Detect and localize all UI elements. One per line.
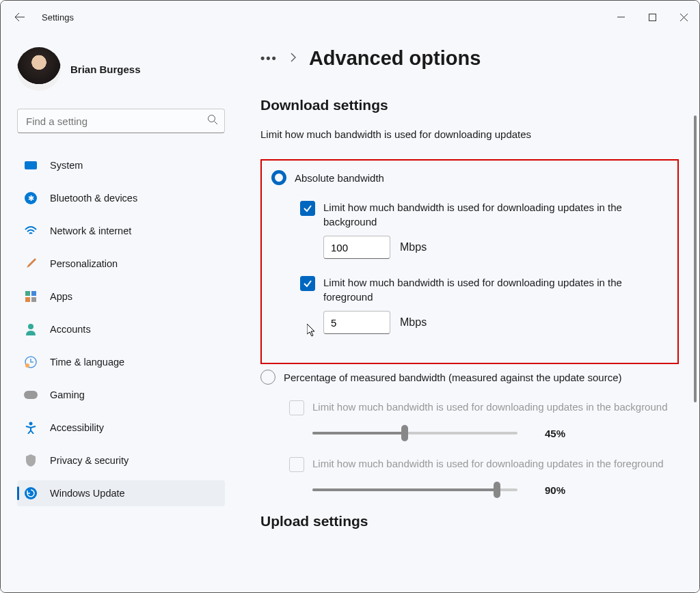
bluetooth-icon: ✱ <box>24 191 38 205</box>
radio-icon <box>271 170 286 185</box>
clock-icon <box>24 355 38 369</box>
svg-rect-6 <box>25 291 30 296</box>
minimize-button[interactable] <box>605 1 636 33</box>
svg-point-12 <box>25 363 29 368</box>
person-icon <box>24 322 38 336</box>
radio-icon <box>260 370 275 385</box>
checkbox-label: Limit how much bandwidth is used for dow… <box>312 456 664 471</box>
sidebar-item-label: Time & language <box>50 357 124 368</box>
background-unit: Mbps <box>400 241 427 253</box>
highlighted-region: Absolute bandwidth Limit how much bandwi… <box>260 159 679 364</box>
checkbox-label: Limit how much bandwidth is used for dow… <box>323 275 671 304</box>
sidebar-item-network[interactable]: Network & internet <box>17 218 225 244</box>
sidebar-item-label: Windows Update <box>50 488 125 499</box>
radio-percentage-bandwidth[interactable]: Percentage of measured bandwidth (measur… <box>260 370 679 385</box>
search-icon <box>207 114 218 128</box>
foreground-percent-slider <box>312 483 517 497</box>
sidebar-item-label: Personalization <box>50 258 118 269</box>
foreground-percent-value: 90% <box>545 484 565 496</box>
checkbox-limit-foreground-percent: Limit how much bandwidth is used for dow… <box>289 456 679 472</box>
sidebar-item-system[interactable]: System <box>17 152 225 178</box>
download-settings-desc: Limit how much bandwidth is used for dow… <box>260 128 679 140</box>
checkbox-label: Limit how much bandwidth is used for dow… <box>312 400 668 414</box>
chevron-right-icon <box>290 53 297 65</box>
checkbox-limit-background[interactable]: Limit how much bandwidth is used for dow… <box>300 200 671 229</box>
checkbox-icon <box>289 400 304 415</box>
foreground-mbps-input[interactable] <box>323 311 390 334</box>
controller-icon <box>24 388 38 402</box>
sidebar-item-label: Network & internet <box>50 225 131 236</box>
radio-absolute-bandwidth[interactable]: Absolute bandwidth <box>271 170 671 185</box>
sidebar-item-time[interactable]: Time & language <box>17 349 225 375</box>
search-input[interactable] <box>17 109 225 133</box>
maximize-button[interactable] <box>636 1 668 33</box>
svg-point-4 <box>208 115 215 122</box>
checkbox-icon <box>300 201 315 216</box>
sidebar-item-bluetooth[interactable]: ✱Bluetooth & devices <box>17 185 225 211</box>
sidebar-item-label: Gaming <box>50 389 85 400</box>
sidebar-item-label: Apps <box>50 291 72 302</box>
brush-icon <box>24 257 38 271</box>
maximize-icon <box>649 14 656 21</box>
minimize-icon <box>617 14 625 21</box>
titlebar: Settings <box>1 1 699 33</box>
sidebar-item-accounts[interactable]: Accounts <box>17 316 225 342</box>
close-icon <box>680 14 688 21</box>
sidebar-item-apps[interactable]: Apps <box>17 284 225 309</box>
radio-label: Percentage of measured bandwidth (measur… <box>284 372 621 383</box>
avatar <box>17 47 61 91</box>
back-button[interactable] <box>6 3 33 31</box>
breadcrumb-menu-icon[interactable]: ••• <box>260 51 278 66</box>
svg-rect-9 <box>31 297 36 302</box>
checkbox-limit-background-percent: Limit how much bandwidth is used for dow… <box>289 400 679 415</box>
svg-rect-1 <box>649 14 656 20</box>
scrollbar-thumb[interactable] <box>694 115 697 402</box>
search-box <box>17 109 225 133</box>
profile-block[interactable]: Brian Burgess <box>17 47 225 91</box>
window-title: Settings <box>42 12 74 23</box>
accessibility-icon <box>24 421 38 435</box>
checkbox-icon <box>289 457 304 472</box>
page-title: Advanced options <box>309 47 481 70</box>
apps-icon <box>24 290 38 303</box>
sidebar-item-accessibility[interactable]: Accessibility <box>17 415 225 441</box>
radio-label: Absolute bandwidth <box>295 172 384 184</box>
background-percent-slider <box>312 426 517 440</box>
download-settings-heading: Download settings <box>260 97 679 113</box>
svg-line-5 <box>215 122 218 125</box>
wifi-icon <box>24 224 38 238</box>
foreground-unit: Mbps <box>400 316 427 329</box>
close-button[interactable] <box>668 1 699 33</box>
background-percent-value: 45% <box>545 428 565 439</box>
checkbox-label: Limit how much bandwidth is used for dow… <box>323 200 671 229</box>
system-icon <box>24 158 38 172</box>
background-mbps-input[interactable] <box>323 236 390 259</box>
sidebar-item-label: Accessibility <box>50 422 104 433</box>
sidebar-item-personalization[interactable]: Personalization <box>17 251 225 277</box>
nav-list: System ✱Bluetooth & devices Network & in… <box>17 152 225 506</box>
sidebar: Brian Burgess System ✱Bluetooth & device… <box>1 33 233 593</box>
checkbox-limit-foreground[interactable]: Limit how much bandwidth is used for dow… <box>300 275 671 304</box>
checkbox-icon <box>300 276 315 291</box>
sidebar-item-label: Privacy & security <box>50 455 129 466</box>
username: Brian Burgess <box>70 64 141 75</box>
main-content: ••• Advanced options Download settings L… <box>233 33 699 593</box>
upload-settings-heading: Upload settings <box>260 513 679 529</box>
update-icon <box>24 486 38 500</box>
scrollbar[interactable] <box>694 115 697 484</box>
shield-icon <box>24 454 38 467</box>
sidebar-item-label: Accounts <box>50 324 91 335</box>
sidebar-item-label: Bluetooth & devices <box>50 193 137 204</box>
svg-rect-7 <box>31 291 36 296</box>
svg-rect-8 <box>25 297 30 302</box>
svg-point-13 <box>29 422 33 426</box>
sidebar-item-privacy[interactable]: Privacy & security <box>17 447 225 473</box>
back-arrow-icon <box>14 12 25 23</box>
sidebar-item-label: System <box>50 160 83 171</box>
sidebar-item-gaming[interactable]: Gaming <box>17 382 225 408</box>
breadcrumb: ••• Advanced options <box>260 47 679 70</box>
sidebar-item-windows-update[interactable]: Windows Update <box>17 480 225 506</box>
svg-point-10 <box>28 324 33 329</box>
